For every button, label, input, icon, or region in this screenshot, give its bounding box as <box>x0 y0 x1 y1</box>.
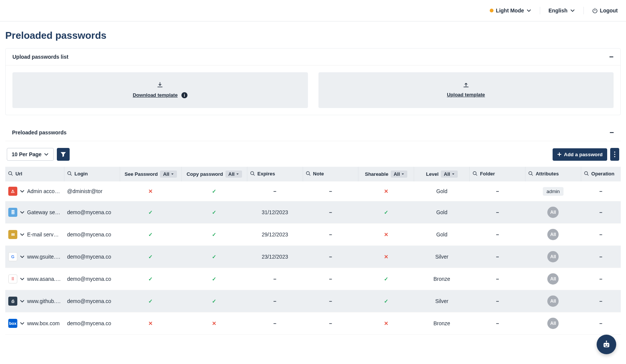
service-icon: ⎙ <box>8 297 17 306</box>
service-icon: ⚠ <box>8 187 17 196</box>
per-page-selector[interactable]: 10 Per Page <box>7 148 54 161</box>
light-mode-toggle[interactable]: Light Mode <box>490 8 532 14</box>
table-row[interactable]: G www.gsuite.goo demo@mycena.co ✓ ✓ 23/1… <box>5 246 621 268</box>
divider <box>583 7 584 14</box>
logout-button[interactable]: Logout <box>592 8 618 14</box>
chevron-down-icon <box>44 152 49 157</box>
logout-label: Logout <box>600 8 618 14</box>
language-selector[interactable]: English <box>548 8 575 14</box>
th-shareable[interactable]: ShareableAll <box>358 167 414 181</box>
collapse-icon[interactable]: − <box>609 130 614 135</box>
filter-all[interactable]: All <box>160 171 177 178</box>
svg-rect-14 <box>605 346 608 347</box>
filter-all[interactable]: All <box>391 171 408 178</box>
login-cell: demo@mycena.co <box>64 224 120 246</box>
upload-template-box: Upload template <box>318 72 614 108</box>
chevron-down-icon[interactable] <box>20 189 25 194</box>
upload-panel: Upload passwords list − Download templat… <box>5 48 621 115</box>
shareable-cell: ✕ <box>358 246 414 268</box>
level-cell: Bronze <box>414 268 470 290</box>
url-cell: ⠿ www.asana.com <box>8 274 61 283</box>
th-url[interactable]: Url <box>5 167 64 181</box>
svg-point-4 <box>68 172 71 175</box>
filter-button[interactable] <box>57 148 70 161</box>
th-copy-password[interactable]: Copy passwordAll <box>182 167 247 181</box>
copy-cell: ✓ <box>182 201 247 224</box>
svg-point-2 <box>614 156 615 157</box>
level-cell: Bronze <box>414 312 470 335</box>
chevron-down-icon[interactable] <box>20 321 25 326</box>
folder-cell: – <box>470 268 525 290</box>
more-menu-button[interactable] <box>610 148 619 161</box>
th-see-password[interactable]: See PasswordAll <box>120 167 182 181</box>
search-icon <box>529 171 533 176</box>
chevron-down-icon[interactable] <box>20 276 25 282</box>
service-icon: G <box>8 252 17 261</box>
th-level[interactable]: LevelAll <box>414 167 470 181</box>
expires-cell: – <box>247 290 303 312</box>
table-row[interactable]: box www.box.com demo@mycena.co ✕ ✕ – – ✕… <box>5 312 621 335</box>
filter-all[interactable]: All <box>225 171 242 178</box>
th-expires[interactable]: Expires <box>247 167 303 181</box>
search-icon <box>67 171 72 176</box>
upload-template-link[interactable]: Upload template <box>447 92 485 97</box>
funnel-icon <box>60 151 66 157</box>
filter-all[interactable]: All <box>441 171 458 178</box>
download-template-link[interactable]: Download template <box>133 92 178 98</box>
svg-point-12 <box>605 344 606 345</box>
service-icon: 🗄 <box>8 208 17 217</box>
see-cell: ✓ <box>120 268 182 290</box>
table-row[interactable]: ✉ E-mail server pa demo@mycena.co ✓ ✓ 29… <box>5 224 621 246</box>
copy-cell: ✓ <box>182 224 247 246</box>
folder-cell: – <box>470 290 525 312</box>
th-folder[interactable]: Folder <box>470 167 525 181</box>
table-row[interactable]: ⎙ www.github.cor demo@mycena.co ✓ ✓ – – … <box>5 290 621 312</box>
th-note[interactable]: Note <box>303 167 358 181</box>
expires-cell: – <box>247 268 303 290</box>
topbar: Light Mode English Logout <box>0 0 626 21</box>
caret-down-icon <box>236 173 239 176</box>
url-cell: ⚠ Admin account. <box>8 187 61 196</box>
chevron-down-icon[interactable] <box>20 254 25 259</box>
add-password-button[interactable]: Add a password <box>553 148 607 161</box>
note-cell: – <box>303 290 358 312</box>
chevron-down-icon[interactable] <box>20 210 25 215</box>
copy-cell: ✓ <box>182 181 247 201</box>
operation-cell: – <box>581 224 621 246</box>
add-password-label: Add a password <box>564 152 603 157</box>
folder-cell: – <box>470 201 525 224</box>
shareable-cell: ✓ <box>358 201 414 224</box>
th-attributes[interactable]: Attributes <box>525 167 581 181</box>
copy-cell: ✓ <box>182 268 247 290</box>
table-row[interactable]: ⠿ www.asana.com demo@mycena.co ✓ ✓ – – ✓… <box>5 268 621 290</box>
table-row[interactable]: 🗄 Gateway server demo@mycena.co ✓ ✓ 31/1… <box>5 201 621 224</box>
robot-icon <box>602 340 611 349</box>
note-cell: – <box>303 312 358 335</box>
see-cell: ✓ <box>120 246 182 268</box>
chat-bot-button[interactable] <box>597 335 616 354</box>
shareable-cell: ✓ <box>358 290 414 312</box>
service-icon: ✉ <box>8 230 17 239</box>
attributes-cell: All <box>525 312 581 335</box>
info-icon[interactable]: i <box>181 92 187 98</box>
light-mode-label: Light Mode <box>496 8 524 14</box>
url-text: www.asana.com <box>27 276 61 282</box>
table-row[interactable]: ⚠ Admin account. @dministr@tor ✕ ✓ – – ✕… <box>5 181 621 201</box>
svg-point-1 <box>614 154 615 155</box>
th-login[interactable]: Login <box>64 167 120 181</box>
kebab-icon <box>614 151 615 157</box>
collapse-icon[interactable]: − <box>609 55 614 59</box>
login-cell: demo@mycena.co <box>64 290 120 312</box>
chevron-down-icon[interactable] <box>20 299 25 304</box>
see-cell: ✓ <box>120 290 182 312</box>
login-cell: demo@mycena.co <box>64 268 120 290</box>
th-operation[interactable]: Operation <box>581 167 621 181</box>
light-mode-icon <box>490 9 493 12</box>
per-page-label: 10 Per Page <box>12 151 41 157</box>
expires-cell: 31/12/2023 <box>247 201 303 224</box>
chevron-down-icon[interactable] <box>20 232 25 237</box>
folder-cell: – <box>470 312 525 335</box>
list-panel: Preloaded passwords − 10 Per Page Add a … <box>5 124 621 335</box>
list-panel-header: Preloaded passwords − <box>5 124 621 141</box>
login-cell: demo@mycena.co <box>64 312 120 335</box>
